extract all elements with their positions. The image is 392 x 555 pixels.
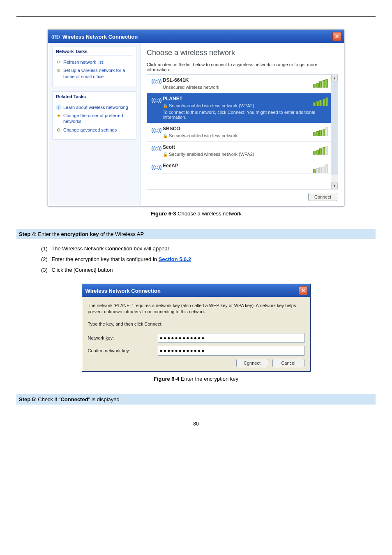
step-label: Step 4 bbox=[19, 231, 35, 237]
substep-text: Click the [Connect] button bbox=[52, 267, 113, 273]
sidebar-link-label: Change the order of preferred networks bbox=[63, 113, 123, 124]
sidebar: Network Tasks ⟳ Refresh network list ⚙ S… bbox=[48, 43, 141, 206]
dialog-titlebar: Wireless Network Connection ✕ bbox=[82, 284, 310, 297]
step-text: " is displayed bbox=[88, 396, 120, 402]
lock-icon: 🔒 bbox=[163, 104, 168, 108]
sidebar-link-refresh[interactable]: ⟳ Refresh network list bbox=[56, 59, 133, 65]
section-link[interactable]: Section 5.6.2 bbox=[159, 256, 191, 262]
network-item[interactable]: (())PLANET🔒Security-enabled wireless net… bbox=[147, 93, 331, 123]
substep-number: (3) bbox=[41, 267, 48, 273]
figure-label: Figure 6-4 bbox=[154, 376, 179, 382]
lock-icon: 🔒 bbox=[163, 152, 168, 157]
network-item[interactable]: (())SBSCO🔒Security-enabled wireless netw… bbox=[147, 123, 331, 142]
gear-icon: ⚙ bbox=[56, 127, 62, 133]
network-item[interactable]: (())DSL-6641KUnsecured wireless network bbox=[147, 75, 331, 93]
refresh-icon: ⟳ bbox=[56, 59, 62, 65]
network-key-input[interactable] bbox=[158, 333, 304, 343]
sidebar-link-advanced[interactable]: ⚙ Change advanced settings bbox=[56, 127, 133, 133]
close-icon: ✕ bbox=[301, 288, 305, 294]
page-number: -80- bbox=[16, 421, 376, 427]
signal-icon bbox=[313, 164, 328, 173]
network-item[interactable]: (())EeeAP bbox=[147, 160, 331, 173]
main-subtext: Click an item in the list below to conne… bbox=[147, 62, 338, 72]
network-item[interactable]: (())Scott🔒Security-enabled wireless netw… bbox=[147, 142, 331, 160]
main-heading: Choose a wireless network bbox=[147, 49, 338, 57]
sidebar-link-label: Change advanced settings bbox=[63, 127, 117, 132]
confirm-key-label: Confirm network key: bbox=[88, 348, 158, 353]
network-desc: 🔒Security-enabled wireless network (WPA2… bbox=[163, 103, 328, 108]
info-icon: i bbox=[56, 104, 62, 110]
network-key-label: Network key: bbox=[88, 335, 158, 340]
network-list: (())DSL-6641KUnsecured wireless network(… bbox=[147, 74, 338, 190]
scrollbar[interactable]: ▲ ▼ bbox=[331, 75, 338, 189]
network-desc: 🔒Security-enabled wireless network (WPA2… bbox=[163, 152, 328, 157]
network-desc: Unsecured wireless network bbox=[163, 85, 328, 90]
network-name: Scott bbox=[163, 144, 328, 150]
scroll-thumb[interactable] bbox=[331, 81, 338, 175]
close-icon: ✕ bbox=[335, 34, 339, 39]
setup-icon: ⚙ bbox=[56, 67, 62, 73]
step-text: of the Wireless AP bbox=[99, 231, 144, 237]
figure-caption-1: Figure 6-3 Choose a wireless network bbox=[16, 210, 376, 217]
confirm-key-row: Confirm network key: bbox=[88, 346, 304, 356]
step-bar-4: Step 4: Enter the encryption key of the … bbox=[16, 229, 376, 239]
substep-1: (1) The Wireless Network Connection box … bbox=[41, 243, 376, 254]
star-icon: ★ bbox=[56, 113, 62, 118]
lock-icon: 🔒 bbox=[163, 134, 168, 138]
substeps: (1) The Wireless Network Connection box … bbox=[41, 243, 376, 275]
step-text: : Enter the bbox=[35, 231, 61, 237]
sidebar-header: Related Tasks bbox=[56, 94, 133, 101]
dialog-title: Wireless Network Connection bbox=[85, 288, 161, 294]
antenna-icon: (()) bbox=[150, 163, 163, 170]
figure-text: Choose a wireless network bbox=[176, 210, 242, 217]
network-key-row: Network key: bbox=[88, 333, 304, 343]
figure-label: Figure 6-3 bbox=[150, 210, 176, 217]
substep-3: (3) Click the [Connect] button bbox=[41, 265, 376, 275]
figure-text: Enter the encryption key bbox=[179, 376, 238, 382]
dialog-cancel-button[interactable]: Cancel bbox=[272, 359, 304, 367]
sidebar-link-setup[interactable]: ⚙ Set up a wireless network for a home o… bbox=[56, 67, 133, 79]
network-name: DSL-6641K bbox=[163, 77, 328, 83]
step-text-bold: Connected bbox=[60, 396, 88, 402]
sidebar-section-related-tasks: Related Tasks i Learn about wireless net… bbox=[52, 91, 136, 140]
substep-2: (2) Enter the encryption key that is con… bbox=[41, 254, 376, 265]
step-bar-5: Step 5: Check if "Connected" is displaye… bbox=[16, 394, 376, 405]
antenna-icon: (()) bbox=[150, 77, 163, 90]
substep-text: Enter the encryption key that is configu… bbox=[52, 256, 159, 262]
network-name: EeeAP bbox=[163, 163, 328, 169]
network-extra: To connect to this network, click Connec… bbox=[163, 110, 328, 120]
antenna-icon: (()) bbox=[150, 144, 163, 157]
subtext-part: Click an item in the list below to conne… bbox=[147, 62, 237, 67]
substep-text: The Wireless Network Connection box will… bbox=[51, 245, 169, 252]
wireless-chooser-window: ((¶)) Wireless Network Connection ✕ Netw… bbox=[48, 30, 344, 206]
sidebar-link-label: Learn about wireless networking bbox=[63, 105, 128, 110]
confirm-key-input[interactable] bbox=[158, 346, 304, 356]
sidebar-link-order[interactable]: ★ Change the order of preferred networks bbox=[56, 113, 133, 125]
dialog-connect-button[interactable]: Connect bbox=[236, 359, 268, 367]
signal-icon bbox=[313, 146, 328, 155]
key-dialog-window: Wireless Network Connection ✕ The networ… bbox=[82, 284, 311, 372]
window-title: Wireless Network Connection bbox=[62, 34, 138, 40]
step-text-bold: encryption key bbox=[61, 231, 99, 237]
substep-number: (1) bbox=[41, 245, 48, 252]
sidebar-header: Network Tasks bbox=[56, 49, 133, 56]
scroll-down-button[interactable]: ▼ bbox=[331, 183, 338, 189]
signal-icon bbox=[313, 97, 328, 106]
close-button[interactable]: ✕ bbox=[299, 286, 308, 295]
network-name: SBSCO bbox=[163, 126, 328, 132]
network-desc: 🔒Security-enabled wireless network bbox=[163, 133, 328, 138]
connect-button[interactable]: Connect bbox=[308, 193, 337, 201]
sidebar-link-label: Refresh network list bbox=[63, 60, 103, 65]
scroll-up-button[interactable]: ▲ bbox=[331, 75, 338, 81]
main-panel: Choose a wireless network Click an item … bbox=[141, 43, 344, 206]
sidebar-link-learn[interactable]: i Learn about wireless networking bbox=[56, 104, 133, 110]
sidebar-section-network-tasks: Network Tasks ⟳ Refresh network list ⚙ S… bbox=[52, 46, 136, 86]
step-label: Step 5 bbox=[19, 396, 35, 402]
close-button[interactable]: ✕ bbox=[332, 32, 341, 41]
signal-icon bbox=[313, 79, 328, 88]
sidebar-link-label: Set up a wireless network for a home or … bbox=[63, 68, 125, 79]
horizontal-rule bbox=[16, 16, 376, 17]
wireless-icon: ((¶)) bbox=[51, 34, 60, 39]
step-text: : Check if " bbox=[35, 396, 60, 402]
signal-icon bbox=[313, 127, 328, 136]
